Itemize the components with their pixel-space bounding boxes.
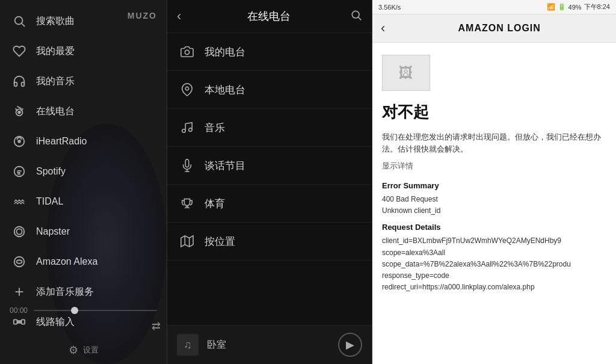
status-speed: 3.56K/s [378,4,401,11]
nav-item-radio[interactable]: 在线电台 [0,96,167,126]
error-title: 对不起 [382,102,606,123]
mid-header: ‹ 在线电台 [167,0,372,33]
camera-icon [179,44,195,60]
heart-icon [12,44,26,58]
svg-point-19 [352,11,359,18]
svg-line-4 [17,106,21,109]
svg-point-22 [185,87,189,90]
status-battery: 49% [568,4,582,11]
svg-point-9 [16,229,22,234]
status-bar: 3.56K/s 📶 🔋 49% 下午8:24 [372,0,616,14]
svg-point-11 [16,260,22,264]
svg-point-23 [182,129,186,133]
svg-point-3 [18,111,20,114]
tidal-icon [12,194,26,209]
progress-track[interactable] [34,310,157,311]
time-display: 00:00 [10,306,28,315]
status-right: 📶 🔋 49% 下午8:24 [547,2,610,11]
mid-title: 在线电台 [187,9,350,23]
right-back-button[interactable]: ‹ [381,20,385,36]
right-header: ‹ AMAZON LOGIN [372,14,616,43]
svg-point-0 [15,17,23,25]
repeat-icon[interactable]: ⇄ [152,320,161,332]
progress-row: 00:00 [0,301,167,319]
svg-point-21 [185,50,189,54]
radio-item-mystation[interactable]: 我的电台 [167,33,372,71]
nav-item-search[interactable]: 搜索歌曲 [0,6,167,36]
music-icon [179,120,195,135]
mid-footer: ♫ 卧室 ▶ [167,325,372,364]
nav-label-addservice: 添加音乐服务 [36,286,94,298]
mic-icon [179,158,195,173]
radio-label-bylocation: 按位置 [205,235,235,248]
nav-item-spotify[interactable]: Spotify [0,156,167,187]
error-summary-label: Error Summary [382,181,606,190]
mid-search-button[interactable] [350,9,362,24]
status-icons: 📶 🔋 [547,3,565,11]
bottom-controls: 00:00 ⇄ ⚙ 设置 [0,301,167,364]
footer-music-icon: ♫ [177,334,199,356]
iheartradio-icon [12,134,26,149]
show-details-link[interactable]: 显示详情 [382,161,606,171]
location-icon [179,82,195,97]
image-placeholder-icon: 🖼 [399,64,413,81]
radio-label-talk: 谈话节目 [205,159,245,173]
svg-point-10 [14,257,25,267]
svg-line-20 [359,17,362,20]
radio-list: 我的电台 本地电台 音乐 [167,33,372,325]
error-summary-content: 400 Bad RequestUnknown client_id [382,194,606,217]
settings-icon: ⚙ [69,344,78,357]
navigation-list: 搜索歌曲 我的最爱 我的音乐 [0,0,167,337]
nav-label-tidal: TIDAL [36,196,63,207]
settings-label: 设置 [83,345,99,356]
left-panel: MUZO 搜索歌曲 我的最爱 [0,0,167,364]
nav-item-tidal[interactable]: TIDAL [0,187,167,217]
mid-back-button[interactable]: ‹ [177,8,181,24]
broken-image: 🖼 [382,55,430,91]
svg-point-24 [189,128,192,132]
amazon-icon [12,254,26,269]
request-details-content: client_id=BXLmbwFj9TnUw2WmhWYeQ2AMyENdHb… [382,235,606,293]
radio-label-mystation: 我的电台 [205,45,245,59]
radio-item-talk[interactable]: 谈话节目 [167,147,372,185]
nav-label-search: 搜索歌曲 [36,15,75,28]
right-title: AMAZON LOGIN [391,23,608,34]
nav-label-radio: 在线电台 [36,105,75,118]
radio-item-music[interactable]: 音乐 [167,109,372,147]
radio-label-sports: 体育 [205,197,225,211]
trophy-icon [179,196,195,211]
plus-icon [12,285,26,299]
radio-label-localstation: 本地电台 [205,83,245,97]
footer-play-button[interactable]: ▶ [338,333,362,357]
svg-line-1 [22,23,25,26]
repeat-row: ⇄ [0,319,167,339]
error-description: 我们在处理您发出的请求时出现问题。但放心，我们已经在想办法。估计很快就会解决。 [382,131,606,155]
svg-point-7 [14,167,25,177]
nav-item-iheartradio[interactable]: iHeartRadio [0,126,167,156]
headphone-icon [12,74,26,88]
request-details-label: Request Details [382,223,606,232]
progress-thumb[interactable] [71,307,78,314]
napster-icon [12,224,26,239]
radio-item-bylocation[interactable]: 按位置 [167,223,372,261]
nav-label-amazon: Amazon Alexa [36,256,97,267]
status-time: 下午8:24 [584,2,610,11]
radio-item-sports[interactable]: 体育 [167,185,372,223]
svg-point-8 [14,227,25,237]
svg-point-6 [18,140,20,143]
nav-item-favorites[interactable]: 我的最爱 [0,36,167,66]
nav-label-spotify: Spotify [36,166,66,177]
radio-item-localstation[interactable]: 本地电台 [167,71,372,109]
mid-panel: ‹ 在线电台 我的电台 [167,0,372,364]
spotify-icon [12,164,26,179]
nav-label-iheartradio: iHeartRadio [36,136,87,147]
right-content: 🖼 对不起 我们在处理您发出的请求时出现问题。但放心，我们已经在想办法。估计很快… [372,43,616,364]
nav-item-napster[interactable]: Napster [0,217,167,247]
search-icon [12,14,26,28]
radio-label-music: 音乐 [205,121,225,135]
nav-item-amazon[interactable]: Amazon Alexa [0,247,167,277]
footer-room-label: 卧室 [207,339,330,351]
svg-marker-28 [181,236,193,247]
settings-row[interactable]: ⚙ 设置 [0,339,167,364]
nav-item-mymusic[interactable]: 我的音乐 [0,66,167,96]
